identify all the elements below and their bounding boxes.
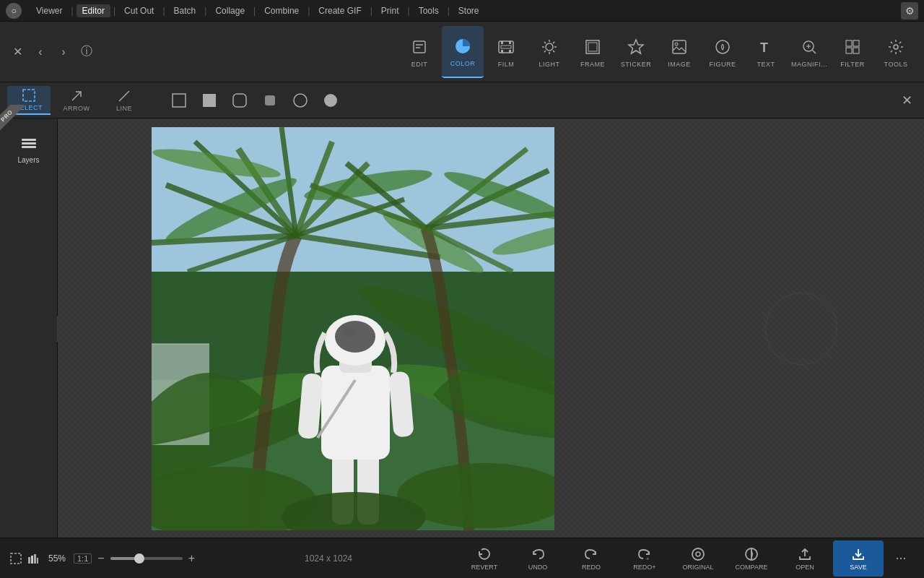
canvas-image[interactable] [152,127,554,530]
revert-button[interactable]: REVERT [459,540,510,577]
close-button[interactable]: ✕ [7,42,27,62]
zoom-minus-button[interactable]: − [95,552,107,565]
shape-circle-fill[interactable] [318,87,344,113]
light-label: LIGHT [539,61,559,68]
svg-rect-31 [853,40,859,46]
save-button[interactable]: SAVE [833,540,884,577]
svg-rect-33 [853,48,859,53]
tool-light[interactable]: LIGHT [528,26,570,78]
magnifier-circle [765,293,837,365]
tool-edit[interactable]: EDIT [398,26,440,78]
tool-text[interactable]: T TEXT [745,26,787,78]
histogram-button[interactable] [26,551,40,566]
edit-label: EDIT [411,61,428,68]
color-icon [452,35,474,57]
tool-color[interactable]: COLOR [442,26,484,78]
menu-editor[interactable]: Editor [77,4,110,17]
pro-badge-label: PRO [0,105,25,134]
toolbar2: SELECT ARROW LINE ✕ [0,82,924,118]
undo-button[interactable]: UNDO [513,540,563,577]
next-button[interactable]: › [53,42,74,62]
menu-cutout[interactable]: Cut Out [118,4,160,17]
filter-label: FILTER [840,61,864,68]
layers-label: Layers [17,156,39,164]
svg-point-10 [546,43,553,51]
more-button[interactable]: ··· [886,540,915,577]
tool-image[interactable]: IMAGE [658,26,700,78]
tool-frame[interactable]: FRAME [572,26,614,78]
svg-line-36 [72,92,81,100]
svg-rect-95 [34,554,36,564]
undo-label: UNDO [528,564,548,571]
tools-label: TOOLS [884,61,908,68]
svg-point-23 [675,43,678,46]
menu-batch[interactable]: Batch [168,4,202,17]
svg-point-34 [894,45,898,49]
menu-viewer[interactable]: Viewer [30,4,68,17]
zoom-slider-thumb[interactable] [134,553,144,564]
redo-label: REDO [582,564,601,571]
select-tool-arrow[interactable]: ARROW [55,86,98,115]
tool-sticker[interactable]: STICKER [615,26,657,78]
shape-rect-dark[interactable] [257,87,283,113]
menu-tools[interactable]: Tools [413,4,445,17]
svg-rect-46 [22,146,36,148]
compare-label: COMPARE [736,564,768,571]
filter-icon [842,36,863,58]
app-logo[interactable]: ○ [6,3,22,19]
redo-icon [583,546,599,562]
selection-dotted-button[interactable] [9,551,23,566]
info-button[interactable]: ⓘ [77,42,97,62]
line-icon [117,89,131,103]
zoom-ratio-button[interactable]: 1:1 [74,553,92,564]
svg-line-16 [553,51,554,52]
menu-bar: ○ Viewer | Editor | Cut Out | Batch | Co… [0,0,924,22]
toolbar2-close-button[interactable]: ✕ [897,90,917,111]
line-label: LINE [116,105,132,112]
svg-line-37 [119,91,129,101]
settings-button[interactable]: ⚙ [901,2,918,20]
image-label: IMAGE [668,61,691,68]
menu-combine[interactable]: Combine [258,4,305,17]
text-icon: T [755,36,777,58]
shape-rect-fill[interactable] [196,87,222,113]
redo-plus-button[interactable]: + REDO+ [619,540,670,577]
svg-line-18 [553,41,554,43]
svg-text:T: T [760,40,769,55]
select-tool-line[interactable]: LINE [103,86,146,115]
prev-button[interactable]: ‹ [30,42,51,62]
tool-magnifier[interactable]: MAGNIFI... [788,26,830,78]
redo-button[interactable]: REDO [566,540,616,577]
compare-button[interactable]: COMPARE [726,540,777,577]
menu-creategif[interactable]: Create GIF [313,4,367,17]
svg-line-17 [544,51,546,52]
svg-rect-5 [501,41,503,44]
svg-rect-22 [673,40,686,53]
shape-rect-outline[interactable] [166,87,192,113]
revert-label: REVERT [471,564,497,571]
magnifier-label: MAGNIFI... [791,61,827,68]
film-icon [495,36,517,58]
magnifier-icon [798,36,820,58]
open-button[interactable]: OPEN [780,540,830,577]
undo-icon [530,546,546,562]
bottom-bar: 55% 1:1 − + 1024 x 1024 REVERT UNDO REDO… [0,538,924,578]
svg-marker-21 [629,40,643,53]
tool-film[interactable]: FILM [485,26,527,78]
svg-rect-39 [203,94,216,107]
menu-collage[interactable]: Collage [209,4,250,17]
toolbar1: ✕ ‹ › ⓘ EDIT COLOR FILM LIGHT [0,22,924,82]
original-button[interactable]: ORIGINAL [673,540,723,577]
menu-print[interactable]: Print [375,4,405,17]
svg-rect-9 [501,46,511,48]
tool-tools[interactable]: TOOLS [875,26,917,78]
menu-store[interactable]: Store [453,4,485,17]
tool-figure[interactable]: FIGURE [702,26,744,78]
arrow-label: ARROW [64,105,90,112]
shape-circle-outline[interactable] [287,87,313,113]
zoom-slider[interactable] [110,557,183,560]
svg-point-42 [294,94,307,107]
tool-filter[interactable]: FILTER [832,26,873,78]
zoom-plus-button[interactable]: + [186,552,198,565]
shape-rect-rounded[interactable] [227,87,253,113]
